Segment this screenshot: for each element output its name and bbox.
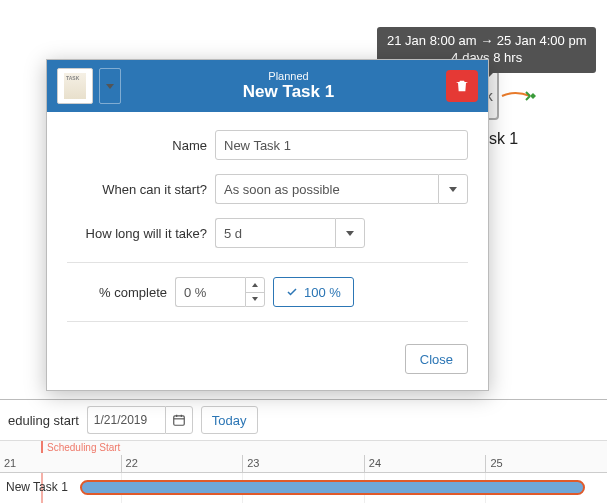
chevron-up-icon [252,283,258,287]
scheduling-start-date-field[interactable]: 1/21/2019 [87,406,193,434]
label-duration: How long will it take? [67,226,207,241]
task-type-dropdown[interactable] [99,68,121,104]
start-constraint-select[interactable]: As soon as possible [215,174,468,204]
mark-100-label: 100 % [304,285,341,300]
timeline-header: Scheduling Start 21 22 23 24 25 [0,441,607,473]
gantt-row-label: New Task 1 [6,480,68,494]
today-button[interactable]: Today [201,406,258,434]
divider [67,321,468,322]
tooltip-line-1: 21 Jan 8:00 am → 25 Jan 4:00 pm [387,33,586,50]
duration-select[interactable]: 5 d [215,218,365,248]
mark-100-percent-button[interactable]: 100 % [273,277,354,307]
chevron-down-icon [449,187,457,192]
trash-icon [454,78,470,94]
timeline-panel: eduling start 1/21/2019 Today Scheduling… [0,399,607,503]
dialog-title: New Task 1 [131,82,446,102]
day-col: 22 [121,455,243,473]
day-col: 24 [364,455,486,473]
start-constraint-toggle[interactable] [438,174,468,204]
label-start: When can it start? [67,182,207,197]
delete-task-button[interactable] [446,70,478,102]
svg-rect-2 [174,416,185,425]
dialog-title-block: Planned New Task 1 [131,70,446,102]
scheduling-start-marker: Scheduling Start [41,441,124,453]
start-constraint-value: As soon as possible [215,174,438,204]
timeline-days-row: 21 22 23 24 25 [0,455,607,473]
dialog-kicker: Planned [131,70,446,82]
day-col: 25 [485,455,607,473]
chevron-down-icon [252,297,258,301]
row-name: Name [67,130,468,160]
day-col: 21 [0,455,121,473]
task-edit-dialog: Planned New Task 1 Name When can it star… [46,59,489,391]
calendar-icon [172,413,186,427]
scheduling-start-label: eduling start [8,413,79,428]
timeline-body: New Task 1 [0,473,607,503]
close-button[interactable]: Close [405,344,468,374]
day-col: 23 [242,455,364,473]
percent-complete-spinner[interactable]: 0 % [175,277,265,307]
row-complete: % complete 0 % 100 % [67,277,468,307]
spinner-up-button[interactable] [246,278,264,293]
task-thumbnail-icon [57,68,93,104]
timeline-toolbar: eduling start 1/21/2019 Today [0,400,607,441]
check-icon [286,286,298,298]
row-duration: How long will it take? 5 d [67,218,468,248]
chevron-down-icon [106,84,114,89]
spinner-down-button[interactable] [246,293,264,307]
label-complete: % complete [67,285,167,300]
svg-marker-0 [530,93,536,96]
divider [67,262,468,263]
dialog-body: Name When can it start? As soon as possi… [47,112,488,344]
svg-marker-1 [530,96,536,99]
dialog-header: Planned New Task 1 [47,60,488,112]
percent-complete-value: 0 % [175,277,245,307]
dialog-footer: Close [47,344,488,390]
row-start: When can it start? As soon as possible [67,174,468,204]
duration-value: 5 d [215,218,335,248]
duration-toggle[interactable] [335,218,365,248]
scheduling-start-date-value: 1/21/2019 [87,406,165,434]
gantt-task-bar[interactable] [80,480,585,495]
calendar-picker-button[interactable] [165,406,193,434]
label-name: Name [67,138,207,153]
chevron-down-icon [346,231,354,236]
dependency-arrow-icon [500,88,540,104]
name-input[interactable] [215,130,468,160]
